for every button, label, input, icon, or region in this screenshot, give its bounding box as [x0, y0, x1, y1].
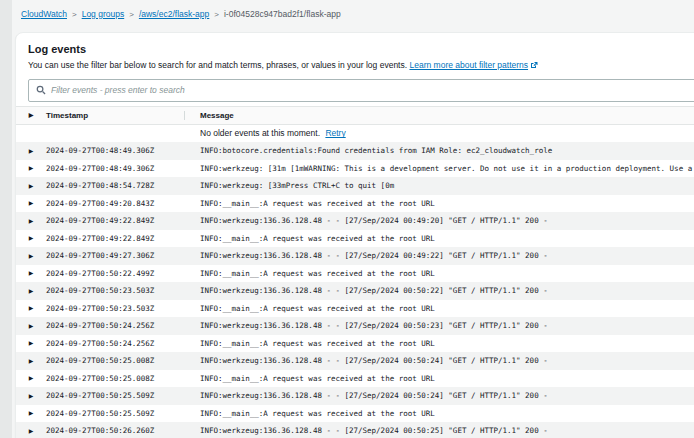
table-row: ▶ 2024-09-27T00:49:22.849Z INFO:werkzeug… — [16, 212, 694, 230]
expand-row-icon[interactable]: ▶ — [29, 165, 34, 171]
filter-bar — [28, 79, 694, 102]
filter-events-input[interactable] — [51, 85, 694, 95]
row-message: INFO:__main__:A request was received at … — [184, 339, 694, 348]
row-timestamp: 2024-09-27T00:50:24.256Z — [46, 339, 184, 348]
expand-row-icon[interactable]: ▶ — [29, 305, 34, 311]
row-timestamp: 2024-09-27T00:50:23.503Z — [46, 286, 184, 295]
left-gutter — [0, 0, 12, 438]
table-row: ▶ 2024-09-27T00:50:22.499Z INFO:__main__… — [16, 265, 694, 283]
breadcrumb: CloudWatch>Log groups>/aws/ec2/flask-app… — [21, 9, 341, 19]
table-row: ▶ 2024-09-27T00:50:24.256Z INFO:__main__… — [16, 335, 694, 353]
table-row: ▶ 2024-09-27T00:49:22.849Z INFO:__main__… — [16, 230, 694, 248]
row-timestamp: 2024-09-27T00:48:49.306Z — [46, 164, 184, 173]
row-timestamp: 2024-09-27T00:50:23.503Z — [46, 304, 184, 313]
learn-more-link[interactable]: Learn more about filter patterns — [409, 60, 538, 70]
row-timestamp: 2024-09-27T00:50:25.008Z — [46, 356, 184, 365]
row-timestamp: 2024-09-27T00:50:22.499Z — [46, 269, 184, 278]
expand-row-icon[interactable]: ▶ — [29, 200, 34, 206]
row-timestamp: 2024-09-27T00:50:26.260Z — [46, 426, 184, 435]
right-triangle-icon: ▶ — [29, 112, 34, 118]
panel-description: You can use the filter bar below to sear… — [28, 60, 694, 72]
expand-row-icon[interactable]: ▶ — [29, 253, 34, 259]
row-message: INFO:botocore.credentials:Found credenti… — [184, 146, 694, 155]
log-table-body: No older events at this moment. Retry ▶ … — [16, 125, 694, 438]
row-message: INFO:werkzeug:136.36.128.48 - - [27/Sep/… — [184, 286, 694, 295]
expand-row-icon[interactable]: ▶ — [29, 410, 34, 416]
panel-header: Log events You can use the filter bar be… — [16, 33, 694, 72]
expand-row-icon[interactable]: ▶ — [29, 270, 34, 276]
column-header-message: Message — [184, 111, 694, 120]
expand-row-icon[interactable]: ▶ — [29, 393, 34, 399]
expand-row-icon[interactable]: ▶ — [29, 183, 34, 189]
table-row: ▶ 2024-09-27T00:48:54.728Z INFO:werkzeug… — [16, 177, 694, 195]
breadcrumb-current: i-0f04528c947bad2f1/flask-app — [224, 9, 341, 19]
expand-row-icon[interactable]: ▶ — [29, 148, 34, 154]
table-row: ▶ 2024-09-27T00:50:25.008Z INFO:__main__… — [16, 370, 694, 388]
row-timestamp: 2024-09-27T00:50:24.256Z — [46, 321, 184, 330]
no-older-events-text: No older events at this moment. — [200, 128, 320, 138]
table-row: ▶ 2024-09-27T00:48:49.306Z INFO:werkzeug… — [16, 160, 694, 178]
header-expand-cell: ▶ — [16, 112, 46, 118]
log-events-panel: Log events You can use the filter bar be… — [15, 32, 694, 438]
row-timestamp: 2024-09-27T00:49:20.843Z — [46, 199, 184, 208]
row-message: INFO:__main__:A request was received at … — [184, 234, 694, 243]
row-message: INFO:__main__:A request was received at … — [184, 269, 694, 278]
row-message: INFO:werkzeug:136.36.128.48 - - [27/Sep/… — [184, 391, 694, 400]
row-timestamp: 2024-09-27T00:49:27.306Z — [46, 251, 184, 260]
expand-row-icon[interactable]: ▶ — [29, 428, 34, 434]
expand-row-icon[interactable]: ▶ — [29, 358, 34, 364]
row-timestamp: 2024-09-27T00:50:25.509Z — [46, 409, 184, 418]
row-message: INFO:werkzeug: [31m [1mWARNING: This is … — [184, 164, 694, 173]
table-row: ▶ 2024-09-27T00:50:26.260Z INFO:werkzeug… — [16, 422, 694, 438]
row-timestamp: 2024-09-27T00:50:25.008Z — [46, 374, 184, 383]
row-message: INFO:werkzeug:136.36.128.48 - - [27/Sep/… — [184, 426, 694, 435]
row-message: INFO:werkzeug: [33mPress CTRL+C to quit … — [184, 181, 694, 190]
external-link-icon — [530, 61, 538, 72]
row-message: INFO:werkzeug:136.36.128.48 - - [27/Sep/… — [184, 251, 694, 260]
row-message: INFO:werkzeug:136.36.128.48 - - [27/Sep/… — [184, 356, 694, 365]
row-message: INFO:__main__:A request was received at … — [184, 304, 694, 313]
column-header-timestamp: Timestamp — [46, 111, 184, 120]
row-message: INFO:werkzeug:136.36.128.48 - - [27/Sep/… — [184, 321, 694, 330]
expand-row-icon[interactable]: ▶ — [29, 288, 34, 294]
table-row: ▶ 2024-09-27T00:50:24.256Z INFO:werkzeug… — [16, 317, 694, 335]
expand-row-icon[interactable]: ▶ — [29, 375, 34, 381]
table-row: ▶ 2024-09-27T00:50:23.503Z INFO:werkzeug… — [16, 282, 694, 300]
table-header-row: ▶ Timestamp Message — [16, 106, 694, 125]
expand-row-icon[interactable]: ▶ — [29, 218, 34, 224]
row-timestamp: 2024-09-27T00:48:49.306Z — [46, 146, 184, 155]
table-row: ▶ 2024-09-27T00:50:25.509Z INFO:werkzeug… — [16, 387, 694, 405]
expand-row-icon[interactable]: ▶ — [29, 235, 34, 241]
table-row: ▶ 2024-09-27T00:50:25.509Z INFO:__main__… — [16, 405, 694, 423]
chevron-right-icon: > — [72, 10, 77, 19]
panel-description-text: You can use the filter bar below to sear… — [28, 60, 407, 70]
row-timestamp: 2024-09-27T00:49:22.849Z — [46, 234, 184, 243]
breadcrumb-link[interactable]: CloudWatch — [21, 9, 67, 19]
no-older-events-row: No older events at this moment. Retry — [16, 125, 694, 143]
row-timestamp: 2024-09-27T00:48:54.728Z — [46, 181, 184, 190]
row-timestamp: 2024-09-27T00:50:25.509Z — [46, 391, 184, 400]
table-row: ▶ 2024-09-27T00:49:20.843Z INFO:__main__… — [16, 195, 694, 213]
table-row: ▶ 2024-09-27T00:49:27.306Z INFO:werkzeug… — [16, 247, 694, 265]
log-events-table: ▶ Timestamp Message No older events at t… — [16, 106, 694, 438]
breadcrumb-link[interactable]: /aws/ec2/flask-app — [139, 9, 209, 19]
row-message: INFO:__main__:A request was received at … — [184, 374, 694, 383]
row-message: INFO:__main__:A request was received at … — [184, 199, 694, 208]
row-timestamp: 2024-09-27T00:49:22.849Z — [46, 216, 184, 225]
expand-row-icon[interactable]: ▶ — [29, 340, 34, 346]
chevron-right-icon: > — [129, 10, 134, 19]
retry-link[interactable]: Retry — [325, 128, 345, 138]
expand-row-icon[interactable]: ▶ — [29, 323, 34, 329]
table-row: ▶ 2024-09-27T00:50:23.503Z INFO:__main__… — [16, 300, 694, 318]
page-title: Log events — [28, 43, 694, 55]
search-icon — [36, 81, 46, 99]
row-message: INFO:werkzeug:136.36.128.48 - - [27/Sep/… — [184, 216, 694, 225]
row-message: INFO:__main__:A request was received at … — [184, 409, 694, 418]
chevron-right-icon: > — [214, 10, 219, 19]
table-row: ▶ 2024-09-27T00:50:25.008Z INFO:werkzeug… — [16, 352, 694, 370]
breadcrumb-link[interactable]: Log groups — [82, 9, 125, 19]
table-row: ▶ 2024-09-27T00:48:49.306Z INFO:botocore… — [16, 142, 694, 160]
